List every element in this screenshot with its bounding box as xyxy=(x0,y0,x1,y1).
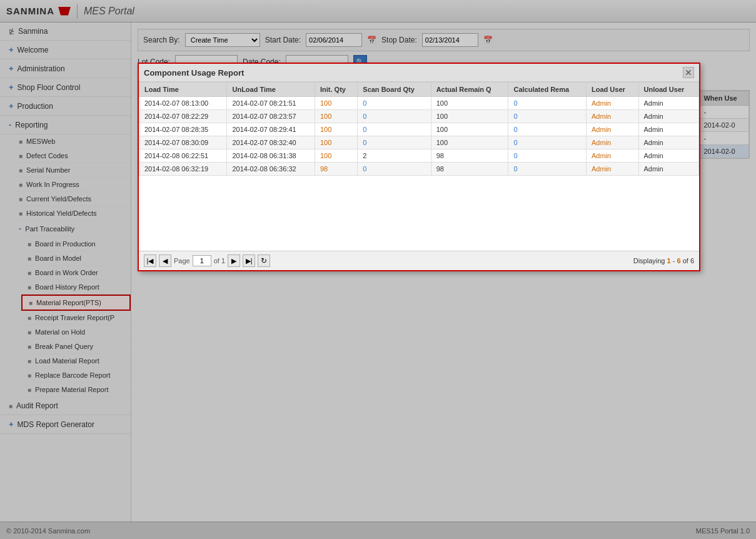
modal-empty-space xyxy=(139,176,699,251)
modal-close-button[interactable]: ✕ xyxy=(683,67,694,78)
pager-refresh-btn[interactable]: ↻ xyxy=(258,254,270,267)
pager: |◀ ◀ Page of 1 ▶ ▶| ↻ xyxy=(144,254,270,267)
modal-table-row: 2014-02-08 06:32:19 2014-02-08 06:36:32 … xyxy=(139,163,699,176)
modal-overlay: Component Usage Report ✕ Load Time UnLoa… xyxy=(131,23,756,521)
modal-table: Load Time UnLoad Time Init. Qty Scan Boa… xyxy=(139,82,699,176)
modal-body: Load Time UnLoad Time Init. Qty Scan Boa… xyxy=(139,82,699,251)
display-info: Displaying 1 - 6 of 6 xyxy=(633,257,694,264)
modal-header: Component Usage Report ✕ xyxy=(139,64,699,82)
modal-table-row: 2014-02-07 08:30:09 2014-02-07 08:32:40 … xyxy=(139,136,699,149)
modal-table-row: 2014-02-07 08:13:00 2014-02-07 08:21:51 … xyxy=(139,97,699,110)
main-layout: ⋭ Sanmina + Welcome + Administration + S… xyxy=(0,23,756,521)
modal-footer: |◀ ◀ Page of 1 ▶ ▶| ↻ Displaying 1 - 6 xyxy=(139,251,699,270)
content-area: Search By: Create Time Start Date: 📅 Sto… xyxy=(131,23,756,521)
modal-col-unload-time: UnLoad Time xyxy=(227,83,315,97)
modal-table-row: 2014-02-08 06:22:51 2014-02-08 06:31:38 … xyxy=(139,149,699,163)
modal-col-init-qty: Init. Qty xyxy=(315,83,357,97)
pager-of-label: of 1 xyxy=(214,257,225,264)
pager-page-input[interactable] xyxy=(193,255,211,266)
modal-table-row: 2014-02-07 08:28:35 2014-02-07 08:29:41 … xyxy=(139,123,699,136)
modal-title: Component Usage Report xyxy=(144,68,244,78)
pager-prev-btn[interactable]: ◀ xyxy=(159,254,171,267)
modal-col-scan-board-qty: Scan Board Qty xyxy=(358,83,431,97)
pager-first-btn[interactable]: |◀ xyxy=(144,254,156,267)
pager-last-btn[interactable]: ▶| xyxy=(243,254,255,267)
modal-col-load-user: Load User xyxy=(587,83,638,97)
modal-table-row: 2014-02-07 08:22:29 2014-02-07 08:23:57 … xyxy=(139,110,699,123)
modal-col-unload-user: Unload User xyxy=(638,83,699,97)
pager-next-btn[interactable]: ▶ xyxy=(228,254,240,267)
modal-col-actual-remain: Actual Remain Q xyxy=(431,83,508,97)
modal-col-calc-remain: Calculated Rema xyxy=(508,83,587,97)
modal-col-load-time: Load Time xyxy=(139,83,227,97)
component-usage-modal: Component Usage Report ✕ Load Time UnLoa… xyxy=(138,63,700,271)
